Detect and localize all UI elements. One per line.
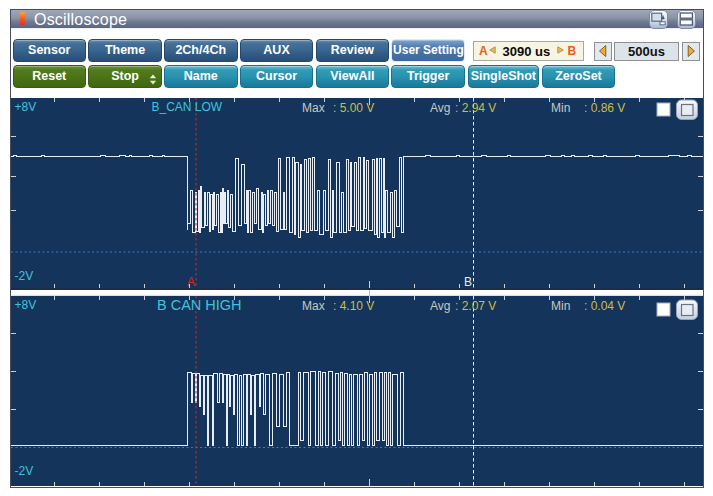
- svg-text:: 2.94 V: : 2.94 V: [455, 101, 496, 115]
- svg-text:Max: Max: [302, 299, 325, 313]
- svg-text:Min: Min: [551, 101, 570, 115]
- svg-text:B: B: [464, 275, 472, 288]
- svg-text:Max: Max: [302, 101, 325, 115]
- svg-text:: 2.07 V: : 2.07 V: [455, 299, 496, 313]
- svg-text:+8V: +8V: [15, 298, 37, 312]
- svg-text:Avg: Avg: [430, 101, 450, 115]
- svg-text:A: A: [187, 275, 195, 288]
- svg-text:-2V: -2V: [15, 464, 34, 478]
- svg-text:: 0.04 V: : 0.04 V: [584, 299, 625, 313]
- svg-text:B_CAN LOW: B_CAN LOW: [152, 100, 223, 114]
- svg-text:: 0.86 V: : 0.86 V: [584, 101, 625, 115]
- svg-text:: 5.00 V: : 5.00 V: [333, 101, 374, 115]
- svg-text:-2V: -2V: [15, 269, 34, 283]
- svg-text:+8V: +8V: [15, 100, 37, 114]
- svg-text:B CAN HIGH: B CAN HIGH: [157, 297, 242, 313]
- svg-text:Min: Min: [551, 299, 570, 313]
- svg-text:Avg: Avg: [430, 299, 450, 313]
- svg-text:: 4.10 V: : 4.10 V: [333, 299, 374, 313]
